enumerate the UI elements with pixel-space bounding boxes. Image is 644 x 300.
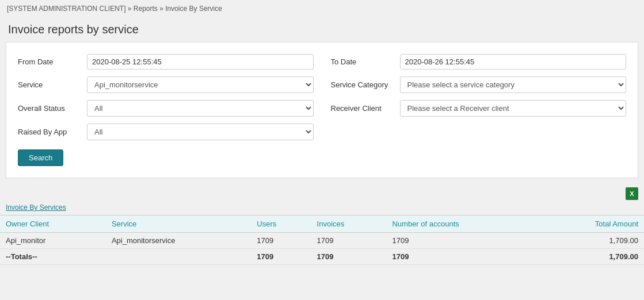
page-title: Invoice reports by service <box>0 17 644 42</box>
to-date-label: To Date <box>331 57 394 66</box>
cell-invoices: 1709 <box>311 233 387 249</box>
totals-invoices: 1709 <box>311 249 387 265</box>
search-button[interactable]: Search <box>18 149 63 166</box>
cell-total-amount: 1,709.00 <box>538 233 644 249</box>
section-link[interactable]: Invoice By Services <box>0 201 644 215</box>
col-users: Users <box>251 216 311 233</box>
receiver-client-select[interactable]: Please select a Receiver client <box>400 100 627 117</box>
totals-label: --Totals-- <box>0 249 106 265</box>
from-date-input[interactable] <box>87 54 314 70</box>
table-header: Owner Client Service Users Invoices Numb… <box>0 216 644 233</box>
data-table: Owner Client Service Users Invoices Numb… <box>0 215 644 265</box>
cell-owner-client: Api_monitor <box>0 233 106 249</box>
excel-export-icon[interactable]: X <box>626 187 638 200</box>
service-category-row: Service Category Please select a service… <box>331 76 627 93</box>
receiver-client-row: Receiver Client Please select a Receiver… <box>331 100 627 117</box>
col-invoices: Invoices <box>311 216 387 233</box>
breadcrumb-client: [SYSTEM ADMINISTRATION CLIENT] <box>7 5 125 13</box>
raised-by-app-label: Raised By App <box>18 128 81 136</box>
raised-by-app-select[interactable]: All <box>87 124 314 140</box>
totals-users: 1709 <box>251 249 311 265</box>
breadcrumb-reports: Reports <box>134 5 158 13</box>
form-grid: From Date To Date Service Api_monitorser… <box>18 54 626 140</box>
table-body: Api_monitor Api_monitorservice 1709 1709… <box>0 233 644 265</box>
receiver-client-label: Receiver Client <box>331 104 394 113</box>
raised-by-app-row: Raised By App All <box>18 124 314 140</box>
totals-row: --Totals-- 1709 1709 1709 1,709.00 <box>0 249 644 265</box>
service-row: Service Api_monitorservice <box>18 76 314 93</box>
empty-cell <box>331 124 627 140</box>
export-area: X <box>0 184 644 201</box>
breadcrumb: [SYSTEM ADMINISTRATION CLIENT] » Reports… <box>0 0 644 17</box>
breadcrumb-sep1: » <box>125 5 133 13</box>
cell-number-of-accounts: 1709 <box>386 233 538 249</box>
totals-service <box>106 249 251 265</box>
col-number-of-accounts: Number of accounts <box>386 216 538 233</box>
table-row: Api_monitor Api_monitorservice 1709 1709… <box>0 233 644 249</box>
to-date-input[interactable] <box>400 54 627 70</box>
col-total-amount: Total Amount <box>538 216 644 233</box>
totals-number-of-accounts: 1709 <box>386 249 538 265</box>
breadcrumb-sep2: » <box>158 5 165 13</box>
col-service: Service <box>106 216 251 233</box>
overall-status-label: Overall Status <box>18 104 81 113</box>
main-panel: From Date To Date Service Api_monitorser… <box>6 42 638 178</box>
breadcrumb-current: Invoice By Service <box>165 5 222 13</box>
from-date-row: From Date <box>18 54 314 70</box>
cell-service: Api_monitorservice <box>106 233 251 249</box>
service-category-select[interactable]: Please select a service category <box>400 76 627 93</box>
cell-users: 1709 <box>251 233 311 249</box>
to-date-row: To Date <box>331 54 627 70</box>
service-label: Service <box>18 80 81 89</box>
totals-total-amount: 1,709.00 <box>538 249 644 265</box>
overall-status-select[interactable]: All <box>87 100 314 117</box>
overall-status-row: Overall Status All <box>18 100 314 117</box>
service-category-label: Service Category <box>331 80 394 89</box>
search-row: Search <box>18 149 626 166</box>
from-date-label: From Date <box>18 57 81 66</box>
service-select[interactable]: Api_monitorservice <box>87 76 314 93</box>
col-owner-client: Owner Client <box>0 216 106 233</box>
